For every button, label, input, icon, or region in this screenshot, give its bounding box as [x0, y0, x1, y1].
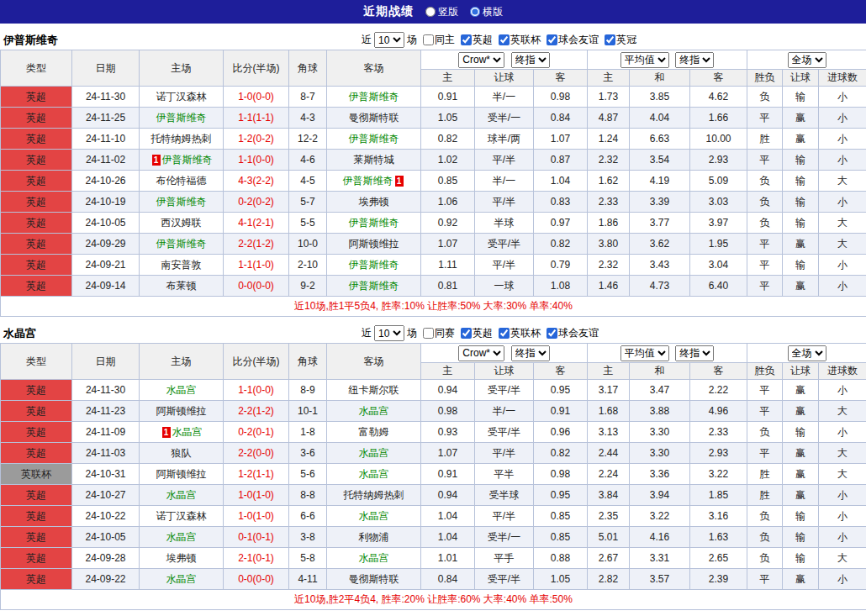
away-team-name[interactable]: 伊普斯维奇	[349, 217, 399, 229]
home-team-name[interactable]: 伊普斯维奇	[156, 238, 207, 250]
away-team-name[interactable]: 曼彻斯特联	[349, 112, 399, 124]
away-team-name[interactable]: 伊普斯维奇	[343, 175, 393, 187]
scope-select[interactable]: 全场	[788, 345, 826, 361]
half-time-score: (0-0)	[253, 280, 274, 292]
filter-checkbox-input[interactable]	[423, 34, 434, 45]
home-team-name[interactable]: 阿斯顿维拉	[156, 405, 207, 417]
home-team-name[interactable]: 水晶宫	[166, 531, 197, 543]
match-count-select[interactable]: 10	[374, 32, 404, 48]
result-cell: 平	[747, 150, 783, 171]
score-cell[interactable]: 0-0(0-0)	[224, 569, 289, 590]
filter-checkbox[interactable]: 英联杯	[499, 326, 541, 340]
score-cell[interactable]: 0-2(0-2)	[224, 192, 289, 213]
filter-checkbox[interactable]: 英联杯	[499, 33, 541, 47]
europe-avg-select[interactable]: 平均值	[620, 345, 669, 361]
away-team-name[interactable]: 莱斯特城	[354, 154, 394, 166]
score-cell[interactable]: 1-2(1-1)	[224, 464, 289, 485]
score-cell[interactable]: 1-0(1-0)	[224, 506, 289, 527]
home-team-name[interactable]: 布伦特福德	[156, 175, 207, 187]
home-team-name[interactable]: 布莱顿	[166, 280, 197, 292]
filter-checkbox[interactable]: 同赛	[423, 326, 455, 340]
away-team-name[interactable]: 伊普斯维奇	[349, 91, 399, 103]
match-count-select[interactable]: 10	[374, 325, 404, 341]
home-team-name[interactable]: 伊普斯维奇	[162, 154, 213, 166]
score-cell[interactable]: 1-1(1-1)	[224, 108, 289, 129]
home-team-name[interactable]: 水晶宫	[166, 489, 197, 501]
away-team-name[interactable]: 水晶宫	[359, 468, 389, 480]
filter-checkbox[interactable]: 英超	[461, 33, 493, 47]
away-team-name[interactable]: 曼彻斯特联	[349, 573, 399, 585]
score-cell[interactable]: 4-3(2-2)	[224, 171, 289, 192]
filter-checkbox[interactable]: 英冠	[605, 33, 636, 47]
score-cell[interactable]: 1-2(0-2)	[224, 129, 289, 150]
filter-checkbox[interactable]: 同主	[423, 33, 455, 47]
filter-checkbox-input[interactable]	[547, 34, 557, 45]
bookmaker-select[interactable]: Crow*	[458, 52, 504, 68]
scope-select[interactable]: 全场	[788, 52, 826, 68]
score-cell[interactable]: 0-2(0-1)	[224, 422, 289, 443]
europe-home-odds: 1.68	[588, 401, 630, 422]
vertical-layout-radio[interactable]	[425, 7, 436, 17]
home-team-name[interactable]: 水晶宫	[166, 573, 197, 585]
filter-checkbox-input[interactable]	[461, 328, 472, 339]
score-cell[interactable]: 1-1(1-0)	[224, 255, 289, 276]
away-team-name[interactable]: 利物浦	[359, 531, 389, 543]
layout-option-horizontal[interactable]: 横版	[470, 5, 503, 19]
home-team-name[interactable]: 狼队	[172, 447, 192, 459]
home-team-name[interactable]: 水晶宫	[166, 384, 197, 396]
home-team-name[interactable]: 诺丁汉森林	[156, 510, 207, 522]
away-team-name[interactable]: 伊普斯维奇	[349, 133, 399, 145]
handicap-time-select[interactable]: 终指	[511, 345, 550, 361]
filter-checkbox-input[interactable]	[605, 34, 615, 45]
away-team-name[interactable]: 纽卡斯尔联	[349, 384, 399, 396]
score-cell[interactable]: 0-0(0-0)	[224, 276, 289, 297]
home-team-name[interactable]: 伊普斯维奇	[156, 196, 207, 208]
score-cell[interactable]: 0-1(0-1)	[224, 527, 289, 548]
home-team-name[interactable]: 埃弗顿	[166, 552, 197, 564]
home-team-name[interactable]: 伊普斯维奇	[156, 112, 207, 124]
away-team-name[interactable]: 水晶宫	[359, 510, 389, 522]
away-team-name[interactable]: 阿斯顿维拉	[349, 238, 399, 250]
home-team-name[interactable]: 阿斯顿维拉	[156, 468, 207, 480]
away-team-name[interactable]: 水晶宫	[359, 447, 389, 459]
filter-checkbox-input[interactable]	[499, 34, 510, 45]
filter-checkbox[interactable]: 球会友谊	[547, 326, 599, 340]
score-cell[interactable]: 2-2(1-2)	[224, 401, 289, 422]
europe-time-select[interactable]: 终指	[675, 52, 714, 68]
score-cell[interactable]: 1-0(0-0)	[224, 87, 289, 108]
home-team-name[interactable]: 托特纳姆热刺	[151, 133, 212, 145]
away-team-name[interactable]: 水晶宫	[359, 405, 389, 417]
filter-checkbox[interactable]: 球会友谊	[547, 33, 599, 47]
score-cell[interactable]: 1-1(0-0)	[224, 380, 289, 401]
away-team-cell: 伊普斯维奇	[327, 213, 421, 234]
handicap-time-select[interactable]: 终指	[511, 52, 550, 68]
home-team-name[interactable]: 诺丁汉森林	[156, 91, 207, 103]
away-team-name[interactable]: 伊普斯维奇	[349, 280, 399, 292]
horizontal-layout-radio[interactable]	[470, 7, 480, 17]
away-team-name[interactable]: 埃弗顿	[359, 196, 389, 208]
away-team-name[interactable]: 托特纳姆热刺	[344, 489, 404, 501]
score-cell[interactable]: 2-2(0-0)	[224, 443, 289, 464]
away-team-name[interactable]: 水晶宫	[359, 552, 389, 564]
layout-option-vertical[interactable]: 竖版	[425, 5, 458, 19]
home-team-name[interactable]: 水晶宫	[172, 426, 203, 438]
filter-checkbox-input[interactable]	[547, 328, 557, 339]
europe-time-select[interactable]: 终指	[675, 345, 714, 361]
handicap-away-odds: 0.91	[534, 401, 588, 422]
score-cell[interactable]: 1-0(1-0)	[224, 485, 289, 506]
filter-checkbox-input[interactable]	[423, 328, 434, 339]
europe-avg-select[interactable]: 平均值	[620, 52, 669, 68]
home-team-name[interactable]: 南安普敦	[161, 259, 202, 271]
filter-checkbox-input[interactable]	[499, 328, 510, 339]
bookmaker-select[interactable]: Crow*	[458, 345, 504, 361]
score-cell[interactable]: 2-1(0-1)	[224, 548, 289, 569]
filter-checkbox-input[interactable]	[461, 34, 472, 45]
score-cell[interactable]: 4-1(2-1)	[224, 213, 289, 234]
score-cell[interactable]: 1-1(0-0)	[224, 150, 289, 171]
score-cell[interactable]: 2-2(1-2)	[224, 234, 289, 255]
away-team-name[interactable]: 富勒姆	[359, 426, 389, 438]
match-date: 24-11-03	[72, 443, 140, 464]
filter-checkbox[interactable]: 英超	[461, 326, 493, 340]
away-team-name[interactable]: 伊普斯维奇	[349, 259, 399, 271]
home-team-name[interactable]: 西汉姆联	[161, 217, 202, 229]
